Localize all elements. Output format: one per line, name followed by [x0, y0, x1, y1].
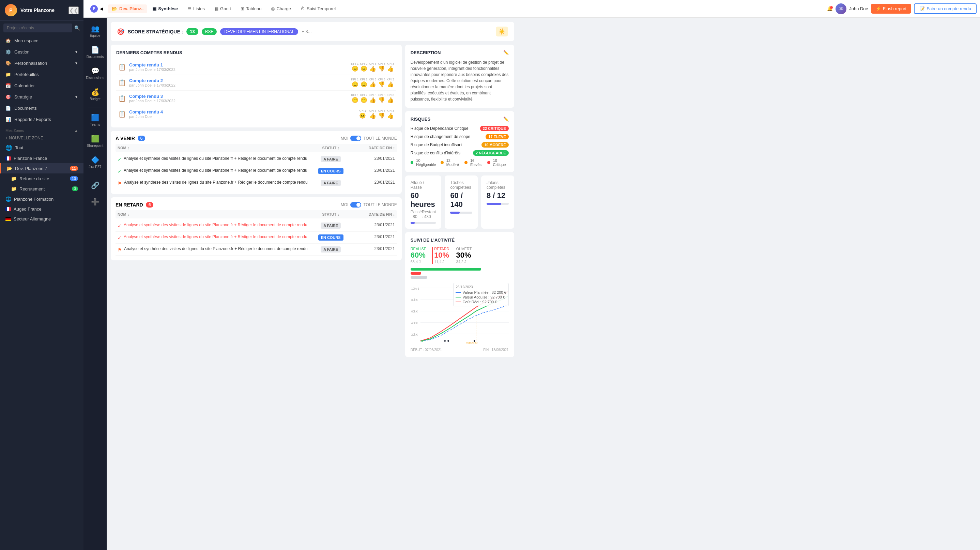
rapports-icon: 📊: [5, 117, 11, 122]
toggle-switch[interactable]: [350, 136, 361, 141]
planifiee-line-icon: [456, 292, 461, 293]
zone-refonte[interactable]: 📁 Refonte du site 10: [0, 173, 83, 184]
sidebar-item-label: Documents: [14, 106, 37, 111]
suivi-realise: RÉALISÉ 60% 68,4 J: [410, 247, 426, 264]
sidebar-item-strategie[interactable]: 🎯 Stratégie ▼: [0, 91, 83, 103]
nouvelle-zone-btn[interactable]: + NOUVELLE ZONE: [0, 134, 83, 142]
gantt-icon: ▦: [214, 6, 218, 11]
de-flag-icon: [5, 217, 11, 221]
sidebar-item-personnalisation[interactable]: 🎨 Personnalisation ▼: [0, 57, 83, 69]
edit-icon[interactable]: ✏️: [503, 50, 509, 55]
kpi-2: KPI 2😐: [360, 62, 368, 72]
sidebar-item-label: Gestion: [14, 49, 30, 54]
zone-dev-planzone-7[interactable]: 📂 Dev. Planzone 7 11: [0, 163, 83, 173]
zone-planzone-formation[interactable]: 🌐 Planzone Formation: [0, 194, 83, 204]
tab-listes[interactable]: ☰ Listes: [183, 5, 209, 13]
zone-augeo-france[interactable]: Augeo France: [0, 204, 83, 214]
icon-nav-budget[interactable]: 💰 Budget: [85, 84, 105, 104]
cr-link[interactable]: Compte rendu 2: [129, 78, 348, 83]
debut-fin-labels: DÉBUT : 07/06/2021 FIN : 13/06/2021: [410, 348, 509, 352]
sidebar-item-gestion[interactable]: ⚙️ Gestion ▼: [0, 46, 83, 57]
svg-marker-14: [447, 340, 449, 342]
description-title-text: DESCRIPTION: [410, 50, 441, 55]
jira-icon: 🔷: [91, 156, 100, 164]
strategie-icon: 🎯: [5, 94, 11, 100]
sidebar-item-mon-espace[interactable]: 🏠 Mon espace: [0, 35, 83, 46]
personnalisation-icon: 🎨: [5, 60, 11, 66]
date-cell: 23/01/2021: [354, 180, 395, 185]
notifications-button[interactable]: 🔔: [827, 6, 833, 11]
faire-compte-rendu-button[interactable]: 📝 Faire un compte rendu: [914, 3, 977, 14]
tab-tableau[interactable]: ⊞ Tableau: [237, 5, 266, 13]
tag-dev-intl[interactable]: DÉVELOPPEMENT INTERNATIONAL: [220, 28, 298, 35]
collapse-zones-icon[interactable]: ▲: [74, 129, 78, 133]
sun-button[interactable]: ☀️: [496, 27, 508, 37]
tab-gantt[interactable]: ▦ Gantt: [210, 5, 235, 13]
zone-secteur-allemagne[interactable]: Secteur Allemagne: [0, 214, 83, 224]
nav-separator: [88, 107, 102, 107]
sidebar-nav: 🏠 Mon espace ⚙️ Gestion ▼ 🎨 Personnalisa…: [0, 35, 83, 125]
cr-link[interactable]: Compte rendu 4: [129, 110, 355, 114]
score-label: SCORE STRATÉGIQUE :: [128, 29, 183, 34]
icon-nav-documents[interactable]: 📄 Documents: [85, 42, 105, 62]
flag-icon: ⚑: [118, 181, 122, 186]
icon-nav-teams[interactable]: 🟦 Teams: [85, 110, 105, 130]
zone-tout[interactable]: 🌐 Tout: [0, 142, 83, 153]
svg-text:20k €: 20k €: [411, 332, 418, 336]
svg-text:Aujourd'hui: Aujourd'hui: [466, 341, 478, 345]
cr-info: Compte rendu 2 par John Doe le 17/03/202…: [129, 78, 348, 87]
cr-doc-icon: 📋: [118, 64, 126, 71]
moi-label: MOI: [341, 136, 348, 141]
search-button[interactable]: 🔍: [74, 25, 80, 31]
sidebar-item-calendrier[interactable]: 📅 Calendrier: [0, 80, 83, 91]
sidebar-item-documents[interactable]: 📄 Documents: [0, 103, 83, 114]
cr-info: Compte rendu 1 par John Doe le 17/03/202…: [129, 62, 348, 72]
taches-card: Tâches complétées 60 / 140: [445, 175, 478, 229]
tag-more[interactable]: + 3...: [302, 29, 312, 34]
zone-planzone-france[interactable]: Planzone France: [0, 153, 83, 163]
content-wrapper: 👥 Équipe 📄 Documents 💬 Discussions 💰 Bud…: [83, 18, 980, 550]
icon-nav-sharepoint[interactable]: 🟩 Sharepoint: [85, 131, 105, 151]
folder-icon: 📂: [6, 165, 12, 171]
cr-title: DERNIERS COMPTES RENDUS: [116, 50, 396, 55]
zone-badge: 3: [72, 186, 78, 191]
sidebar-item-rapports[interactable]: 📊 Rapports / Exports: [0, 114, 83, 125]
check-red-icon: ✓: [118, 223, 122, 229]
icon-nav: 👥 Équipe 📄 Documents 💬 Discussions 💰 Bud…: [83, 18, 107, 550]
cr-item-3: 📋 Compte rendu 3 par John Doe le 17/03/2…: [116, 91, 396, 107]
search-input[interactable]: [3, 24, 72, 32]
collapse-button[interactable]: ❮❮: [68, 6, 79, 14]
zone-recrutement[interactable]: 📁 Recrutement 3: [0, 184, 83, 194]
moi-toggle-retard: MOI TOUT LE MONDE: [341, 202, 397, 208]
toggle-switch-retard[interactable]: [350, 202, 361, 208]
icon-nav-link[interactable]: 🔗: [85, 178, 105, 193]
tab-synthese[interactable]: ▣ Synthèse: [148, 5, 182, 13]
sidebar-item-portefeuilles[interactable]: 📁 Portefeuilles: [0, 69, 83, 80]
equipe-icon: 👥: [91, 25, 100, 33]
icon-nav-add[interactable]: ➕: [85, 194, 105, 209]
moi-label: MOI: [341, 202, 348, 207]
search-bar: 🔍: [0, 21, 83, 35]
documents-icon: 📄: [91, 46, 100, 54]
comptes-rendus-card: DERNIERS COMPTES RENDUS 📋 Compte rendu 1: [111, 45, 402, 127]
project-name-btn[interactable]: 📂 Dev. Planz..: [108, 5, 147, 13]
cr-item-1: 📋 Compte rendu 1 par John Doe le 17/03/2…: [116, 59, 396, 75]
bar-realise: [410, 268, 481, 270]
notification-dot: [830, 6, 833, 9]
cr-link[interactable]: Compte rendu 3: [129, 94, 348, 99]
tab-charge[interactable]: ◎ Charge: [267, 5, 295, 13]
icon-nav-jira[interactable]: 🔷 Jira PZ7: [85, 152, 105, 172]
legend-dot-critique: [487, 161, 490, 164]
icon-nav-discussions[interactable]: 💬 Discussions: [85, 64, 105, 83]
icon-nav-equipe[interactable]: 👥 Équipe: [85, 21, 105, 41]
teams-icon: 🟦: [91, 113, 100, 122]
edit-risques-icon[interactable]: ✏️: [503, 116, 509, 122]
flash-report-button[interactable]: ⚡ Flash report: [871, 4, 911, 14]
tab-suivi-temporel[interactable]: ⏱ Suivi Temporel: [296, 5, 340, 13]
chevron-down-icon: ▼: [75, 61, 78, 65]
sidebar-header: P Votre Planzone ❮❮: [0, 0, 83, 21]
date-cell: 23/01/2021: [354, 168, 395, 173]
project-prev-btn[interactable]: P ◀: [87, 3, 107, 14]
tag-rse[interactable]: RSE: [202, 28, 217, 35]
cr-link[interactable]: Compte rendu 1: [129, 62, 348, 67]
